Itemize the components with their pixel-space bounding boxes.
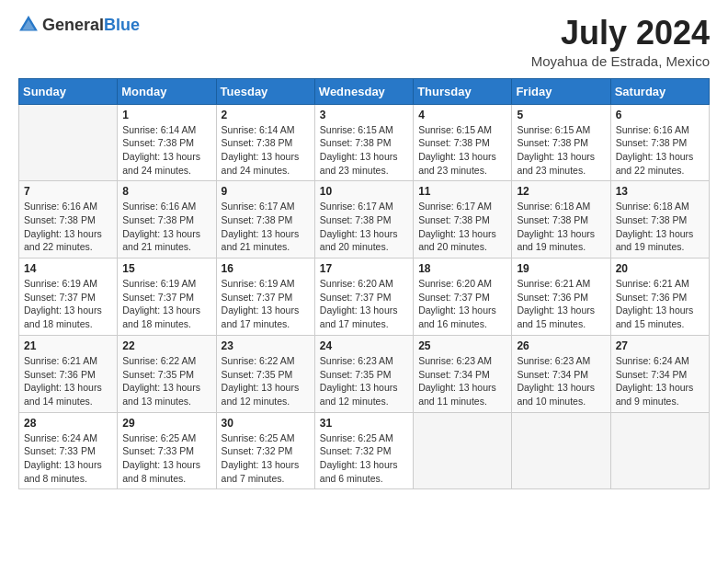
- day-info: Sunrise: 6:20 AMSunset: 7:37 PMDaylight:…: [320, 277, 408, 331]
- day-number: 15: [122, 262, 210, 275]
- calendar-week-row: 14Sunrise: 6:19 AMSunset: 7:37 PMDayligh…: [19, 259, 710, 336]
- day-number: 28: [24, 417, 112, 430]
- logo-blue: Blue: [104, 16, 140, 34]
- calendar-cell: [512, 412, 610, 489]
- day-number: 2: [222, 109, 310, 121]
- calendar-cell: 18Sunrise: 6:20 AMSunset: 7:37 PMDayligh…: [414, 259, 512, 336]
- logo: GeneralBlue: [18, 15, 140, 35]
- calendar-cell: 1Sunrise: 6:14 AMSunset: 7:38 PMDaylight…: [118, 104, 216, 181]
- calendar-cell: [414, 412, 512, 489]
- day-number: 12: [517, 185, 605, 198]
- calendar-cell: 19Sunrise: 6:21 AMSunset: 7:36 PMDayligh…: [512, 259, 610, 336]
- calendar-cell: 17Sunrise: 6:20 AMSunset: 7:37 PMDayligh…: [314, 259, 413, 336]
- col-wednesday: Wednesday: [314, 78, 413, 104]
- day-info: Sunrise: 6:14 AMSunset: 7:38 PMDaylight:…: [222, 123, 310, 178]
- day-number: 10: [320, 185, 408, 198]
- calendar-cell: 2Sunrise: 6:14 AMSunset: 7:38 PMDaylight…: [216, 104, 314, 181]
- day-number: 20: [616, 262, 704, 275]
- calendar-week-row: 28Sunrise: 6:24 AMSunset: 7:33 PMDayligh…: [19, 412, 710, 489]
- day-number: 3: [320, 109, 408, 121]
- day-number: 24: [320, 339, 408, 352]
- day-number: 21: [24, 339, 112, 352]
- calendar-week-row: 21Sunrise: 6:21 AMSunset: 7:36 PMDayligh…: [19, 335, 710, 412]
- logo-text: GeneralBlue: [42, 17, 140, 34]
- col-friday: Friday: [512, 78, 610, 104]
- day-info: Sunrise: 6:17 AMSunset: 7:38 PMDaylight:…: [222, 200, 310, 254]
- day-info: Sunrise: 6:23 AMSunset: 7:35 PMDaylight:…: [320, 354, 408, 408]
- logo-general: General: [42, 16, 104, 34]
- calendar-cell: 6Sunrise: 6:16 AMSunset: 7:38 PMDaylight…: [610, 104, 709, 181]
- calendar-cell: 24Sunrise: 6:23 AMSunset: 7:35 PMDayligh…: [314, 335, 413, 412]
- day-info: Sunrise: 6:15 AMSunset: 7:38 PMDaylight:…: [320, 123, 408, 178]
- day-info: Sunrise: 6:24 AMSunset: 7:34 PMDaylight:…: [616, 354, 704, 408]
- day-number: 18: [418, 262, 506, 275]
- day-info: Sunrise: 6:17 AMSunset: 7:38 PMDaylight:…: [418, 200, 506, 254]
- day-number: 26: [517, 339, 605, 352]
- col-tuesday: Tuesday: [216, 78, 314, 104]
- calendar-table: Sunday Monday Tuesday Wednesday Thursday…: [18, 78, 710, 490]
- calendar-cell: 13Sunrise: 6:18 AMSunset: 7:38 PMDayligh…: [610, 181, 709, 259]
- logo-icon: [18, 15, 39, 35]
- day-info: Sunrise: 6:14 AMSunset: 7:38 PMDaylight:…: [122, 123, 210, 178]
- calendar-cell: [610, 412, 709, 489]
- calendar-cell: 7Sunrise: 6:16 AMSunset: 7:38 PMDaylight…: [19, 181, 118, 259]
- calendar-cell: [19, 104, 118, 181]
- day-number: 8: [122, 185, 210, 198]
- calendar-cell: 26Sunrise: 6:23 AMSunset: 7:34 PMDayligh…: [512, 335, 610, 412]
- day-info: Sunrise: 6:15 AMSunset: 7:38 PMDaylight:…: [517, 123, 605, 178]
- calendar-cell: 10Sunrise: 6:17 AMSunset: 7:38 PMDayligh…: [314, 181, 413, 259]
- col-saturday: Saturday: [610, 78, 709, 104]
- day-number: 16: [222, 262, 310, 275]
- day-info: Sunrise: 6:19 AMSunset: 7:37 PMDaylight:…: [24, 277, 112, 331]
- day-number: 23: [222, 339, 310, 352]
- day-info: Sunrise: 6:16 AMSunset: 7:38 PMDaylight:…: [616, 123, 704, 178]
- day-info: Sunrise: 6:15 AMSunset: 7:38 PMDaylight:…: [418, 123, 506, 178]
- calendar-cell: 20Sunrise: 6:21 AMSunset: 7:36 PMDayligh…: [610, 259, 709, 336]
- day-info: Sunrise: 6:21 AMSunset: 7:36 PMDaylight:…: [517, 277, 605, 331]
- day-number: 4: [418, 109, 506, 121]
- day-number: 22: [122, 339, 210, 352]
- col-thursday: Thursday: [414, 78, 512, 104]
- day-number: 6: [616, 109, 704, 121]
- calendar-week-row: 7Sunrise: 6:16 AMSunset: 7:38 PMDaylight…: [19, 181, 710, 259]
- calendar-cell: 12Sunrise: 6:18 AMSunset: 7:38 PMDayligh…: [512, 181, 610, 259]
- day-number: 25: [418, 339, 506, 352]
- calendar-cell: 9Sunrise: 6:17 AMSunset: 7:38 PMDaylight…: [216, 181, 314, 259]
- day-info: Sunrise: 6:18 AMSunset: 7:38 PMDaylight:…: [517, 200, 605, 254]
- day-info: Sunrise: 6:21 AMSunset: 7:36 PMDaylight:…: [24, 354, 112, 408]
- calendar-cell: 27Sunrise: 6:24 AMSunset: 7:34 PMDayligh…: [610, 335, 709, 412]
- calendar-page: GeneralBlue July 2024 Moyahua de Estrada…: [0, 0, 728, 563]
- title-area: July 2024 Moyahua de Estrada, Mexico: [531, 15, 710, 69]
- day-number: 13: [616, 185, 704, 198]
- day-info: Sunrise: 6:23 AMSunset: 7:34 PMDaylight:…: [418, 354, 506, 408]
- calendar-cell: 11Sunrise: 6:17 AMSunset: 7:38 PMDayligh…: [414, 181, 512, 259]
- day-info: Sunrise: 6:19 AMSunset: 7:37 PMDaylight:…: [222, 277, 310, 331]
- day-info: Sunrise: 6:16 AMSunset: 7:38 PMDaylight:…: [24, 200, 112, 254]
- day-info: Sunrise: 6:24 AMSunset: 7:33 PMDaylight:…: [24, 431, 112, 486]
- day-number: 1: [122, 109, 210, 121]
- day-number: 5: [517, 109, 605, 121]
- calendar-week-row: 1Sunrise: 6:14 AMSunset: 7:38 PMDaylight…: [19, 104, 710, 181]
- day-number: 31: [320, 417, 408, 430]
- day-info: Sunrise: 6:22 AMSunset: 7:35 PMDaylight:…: [222, 354, 310, 408]
- col-monday: Monday: [118, 78, 216, 104]
- calendar-cell: 4Sunrise: 6:15 AMSunset: 7:38 PMDaylight…: [414, 104, 512, 181]
- day-info: Sunrise: 6:20 AMSunset: 7:37 PMDaylight:…: [418, 277, 506, 331]
- day-info: Sunrise: 6:25 AMSunset: 7:32 PMDaylight:…: [320, 431, 408, 486]
- day-info: Sunrise: 6:25 AMSunset: 7:32 PMDaylight:…: [222, 431, 310, 486]
- calendar-cell: 28Sunrise: 6:24 AMSunset: 7:33 PMDayligh…: [19, 412, 118, 489]
- day-info: Sunrise: 6:21 AMSunset: 7:36 PMDaylight:…: [616, 277, 704, 331]
- calendar-cell: 14Sunrise: 6:19 AMSunset: 7:37 PMDayligh…: [19, 259, 118, 336]
- day-number: 29: [122, 417, 210, 430]
- day-number: 7: [24, 185, 112, 198]
- calendar-header-row: Sunday Monday Tuesday Wednesday Thursday…: [19, 78, 710, 104]
- header: GeneralBlue July 2024 Moyahua de Estrada…: [18, 15, 710, 69]
- calendar-cell: 23Sunrise: 6:22 AMSunset: 7:35 PMDayligh…: [216, 335, 314, 412]
- calendar-cell: 5Sunrise: 6:15 AMSunset: 7:38 PMDaylight…: [512, 104, 610, 181]
- day-number: 19: [517, 262, 605, 275]
- day-number: 27: [616, 339, 704, 352]
- day-info: Sunrise: 6:19 AMSunset: 7:37 PMDaylight:…: [122, 277, 210, 331]
- calendar-cell: 8Sunrise: 6:16 AMSunset: 7:38 PMDaylight…: [118, 181, 216, 259]
- calendar-cell: 31Sunrise: 6:25 AMSunset: 7:32 PMDayligh…: [314, 412, 413, 489]
- day-info: Sunrise: 6:17 AMSunset: 7:38 PMDaylight:…: [320, 200, 408, 254]
